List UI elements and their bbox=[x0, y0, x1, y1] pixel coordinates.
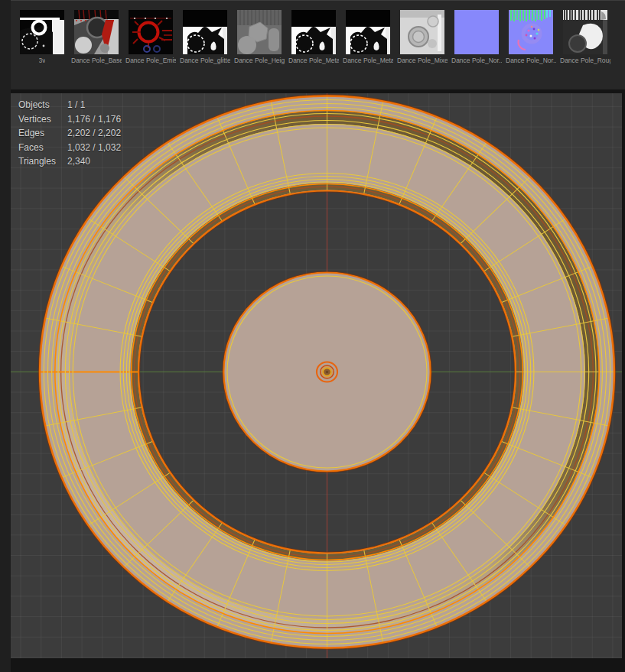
stat-label: Vertices bbox=[18, 112, 67, 127]
edit-mode-mesh[interactable] bbox=[11, 93, 622, 658]
texture-preview-image bbox=[291, 10, 336, 54]
texture-thumbnail-label: Dance Pole_Emiss... bbox=[125, 57, 176, 64]
stat-value: 1,032 / 1,032 bbox=[67, 141, 121, 155]
texture-preview-image bbox=[237, 10, 282, 54]
texture-thumbnail-cell: Dance Pole_Mixe... bbox=[399, 10, 445, 64]
texture-thumbnail-cell: Dance Pole_Nor... bbox=[508, 10, 554, 64]
stat-label: Triangles bbox=[18, 154, 67, 169]
texture-preview-image bbox=[74, 10, 119, 54]
stat-value: 1,176 / 1,176 bbox=[67, 112, 121, 127]
stat-label: Objects bbox=[18, 98, 67, 112]
stat-triangles: Triangles 2,340 bbox=[18, 154, 121, 169]
stat-value: 2,340 bbox=[67, 154, 90, 169]
texture-thumbnail-label: Dance Pole_Metall... bbox=[288, 57, 339, 64]
texture-browser-strip: 3v Dance Pole_Base... Dance Pole_Emiss..… bbox=[11, 0, 625, 89]
viewport-statistics-overlay: Objects 1 / 1 Vertices 1,176 / 1,176 Edg… bbox=[18, 98, 121, 169]
texture-thumbnail-label: Dance Pole_Mixe... bbox=[397, 57, 448, 64]
texture-thumbnail-cell: Dance Pole_glitter bbox=[182, 10, 228, 64]
texture-preview-image bbox=[346, 10, 390, 54]
texture-thumbnail[interactable] bbox=[74, 10, 119, 54]
texture-preview-image bbox=[183, 10, 227, 54]
texture-thumbnail[interactable] bbox=[454, 10, 499, 54]
texture-thumbnail-label: Dance Pole_Roug... bbox=[560, 57, 610, 64]
stat-edges: Edges 2,202 / 2,202 bbox=[18, 126, 121, 141]
texture-thumbnail[interactable] bbox=[183, 10, 227, 54]
texture-thumbnail-label: 3v bbox=[39, 57, 46, 64]
texture-preview-image bbox=[563, 10, 607, 54]
stat-faces: Faces 1,032 / 1,032 bbox=[18, 141, 121, 155]
texture-thumbnail-cell: Dance Pole_Metall... bbox=[291, 10, 337, 64]
texture-thumbnail[interactable] bbox=[291, 10, 336, 54]
texture-preview-image bbox=[454, 10, 499, 54]
texture-thumbnail[interactable] bbox=[509, 10, 553, 54]
texture-thumbnail[interactable] bbox=[346, 10, 390, 54]
window-left-gutter bbox=[0, 0, 11, 672]
texture-preview-image bbox=[400, 10, 444, 54]
texture-thumbnail-cell: Dance Pole_Height bbox=[236, 10, 282, 64]
stat-value: 1 / 1 bbox=[67, 98, 85, 112]
texture-thumbnail[interactable] bbox=[20, 10, 64, 54]
application-window: { "texture_strip": { "items": [ {"label"… bbox=[0, 0, 625, 672]
texture-thumbnail[interactable] bbox=[237, 10, 282, 54]
texture-thumbnail-label: Dance Pole_Nor... bbox=[506, 57, 556, 64]
texture-thumbnail-label: Dance Pole_Base... bbox=[71, 57, 122, 64]
texture-preview-image bbox=[129, 10, 173, 54]
texture-thumbnail-cell: 3v bbox=[19, 10, 65, 64]
texture-thumbnail-label: Dance Pole_Height bbox=[234, 57, 285, 64]
stat-objects: Objects 1 / 1 bbox=[18, 98, 121, 112]
texture-thumbnail-cell: Dance Pole_Base... bbox=[73, 10, 119, 64]
texture-thumbnail-label: Dance Pole_glitter bbox=[180, 57, 230, 64]
texture-thumbnail[interactable] bbox=[400, 10, 444, 54]
texture-thumbnail-cell: Dance Pole_Metall... bbox=[345, 10, 391, 64]
stat-value: 2,202 / 2,202 bbox=[67, 126, 121, 141]
texture-thumbnail[interactable] bbox=[563, 10, 607, 54]
texture-thumbnail-label: Dance Pole_Nor... bbox=[451, 57, 502, 64]
texture-thumbnail-cell: Dance Pole_Emiss... bbox=[128, 10, 174, 64]
texture-thumbnail-label: Dance Pole_Metall... bbox=[343, 57, 393, 64]
stat-label: Faces bbox=[18, 141, 67, 155]
texture-thumbnail[interactable] bbox=[129, 10, 173, 54]
3d-viewport[interactable]: Objects 1 / 1 Vertices 1,176 / 1,176 Edg… bbox=[11, 93, 622, 658]
texture-preview-image bbox=[20, 10, 64, 54]
stat-vertices: Vertices 1,176 / 1,176 bbox=[18, 112, 121, 127]
texture-thumbnail-cell: Dance Pole_Roug... bbox=[562, 10, 608, 64]
stat-label: Edges bbox=[18, 126, 67, 141]
texture-preview-image bbox=[509, 10, 553, 54]
texture-thumbnail-cell: Dance Pole_Nor... bbox=[454, 10, 500, 64]
